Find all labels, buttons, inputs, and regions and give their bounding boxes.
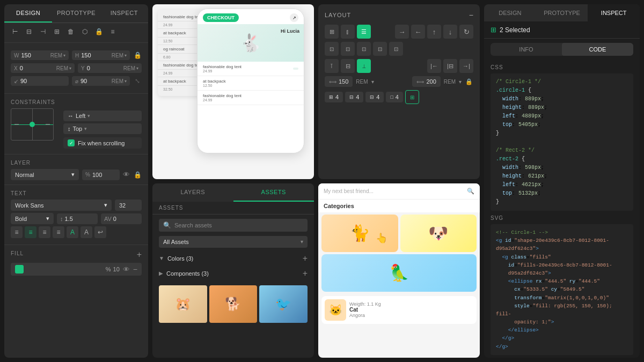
y-field[interactable]: Y 0 REM ▾ [78,63,142,73]
blend-mode-select[interactable]: Normal ▾ [11,169,79,180]
v-constraint-dropdown[interactable]: ↕ Top ▾ [63,123,142,134]
align-h-right[interactable]: →| [459,59,473,73]
fill-opacity-field[interactable]: % 10 [106,266,120,272]
x-field[interactable]: X 0 REM ▾ [11,63,75,73]
fix-checkbox[interactable]: ✓ [68,139,75,146]
more-icon[interactable]: ≡ [107,26,118,37]
align-left-text-btn[interactable]: ≡ [11,226,23,238]
checkout-button[interactable]: CHECKOUT [203,13,239,22]
resize-icon[interactable]: ⤡ [133,77,142,85]
text-color-a-btn[interactable]: A [67,226,78,238]
assets-search-bar[interactable]: 🔍 Search assets [159,219,308,232]
distribute-icon[interactable]: ⊞ [52,26,62,37]
component-icon[interactable]: ⬡ [79,26,90,37]
text-color-btn[interactable]: A [80,226,92,238]
align-center-text-btn[interactable]: ≡ [25,226,36,238]
line-height-field[interactable]: ↕ 1.5 [57,213,98,224]
fill-row[interactable]: % 10 👁 − [11,263,142,276]
align-right-text-btn[interactable]: ≡ [39,226,50,238]
cat-category[interactable]: 🐈 👆 [321,215,398,252]
opacity-field[interactable]: % 100 [82,169,120,180]
layout-cols-icon[interactable]: ⫿ [341,25,355,39]
layout-close-btn[interactable]: − [469,11,473,19]
delete-icon[interactable]: 🗑 [65,26,76,37]
font-family-select[interactable]: Work Sans ▾ [11,200,112,211]
align-right-icon[interactable]: ⊣ [38,26,48,37]
fill-visibility-icon[interactable]: 👁 [123,265,130,274]
layout-grid-icon[interactable]: ⊞ [325,25,339,39]
add-component-btn[interactable]: + [303,269,308,278]
angle-field[interactable]: ↙ 90 [11,76,69,86]
tab-assets[interactable]: ASSETS [233,183,314,202]
svg-code-block: <!-- Circle-1 --> <g id="shape-20e439c6-… [491,224,633,355]
grid-tl[interactable]: ⊡ [325,42,339,56]
spacing-h[interactable]: ⊟ 4 [345,92,363,102]
align-v-top[interactable]: ⊺ [325,59,339,73]
align-h-mid[interactable]: |⊟ [443,59,457,73]
grid-tc[interactable]: ⊡ [341,42,355,56]
info-tab[interactable]: INFO [491,43,562,56]
spacing-all[interactable]: ⊞ 4 [325,92,343,102]
letter-spacing-field[interactable]: AV 0 [101,213,142,224]
remove-fill-btn[interactable]: − [133,265,137,274]
asset-dog[interactable]: 🐕 [209,285,258,323]
wh-lock[interactable]: 🔒 [133,51,142,60]
font-weight-select[interactable]: Bold ▾ [11,213,54,224]
height-field[interactable]: H 150 REM ▾ [72,50,130,60]
share-icon[interactable]: ↗ [290,13,298,22]
refresh-btn[interactable]: ↻ [459,25,473,39]
lock-icon[interactable]: 🔒 [93,26,104,37]
right-tab-prototype[interactable]: PROTOTYPE [536,4,588,21]
arrow-left-btn[interactable]: ← [411,25,425,39]
tab-layers[interactable]: LAYERS [152,183,233,202]
align-justify-text-btn[interactable]: ≡ [53,226,64,238]
assets-tabs: LAYERS ASSETS [152,183,314,202]
add-color-btn[interactable]: + [303,254,308,263]
grid-bc[interactable]: ⊡ [389,42,403,56]
layout-width-field[interactable]: ⟺ 150 [325,76,353,87]
search-placeholder: Search assets [174,222,212,228]
fill-label: FILL [11,250,24,256]
phone-tag-1 [293,68,298,70]
h-constraint-dropdown[interactable]: ↔ Left ▾ [63,110,142,121]
align-v-bot[interactable]: ⟂ [357,59,371,73]
grid-bl[interactable]: ⊡ [373,42,387,56]
visibility-icon[interactable]: 👁 [123,171,130,179]
layout-lock[interactable]: 🔒 [465,77,473,86]
tab-inspect[interactable]: INSPECT [100,4,148,23]
layout-rows-icon[interactable]: ☰ [357,25,371,39]
all-assets-filter[interactable]: All Assets ▾ [159,236,308,248]
add-fill-btn[interactable]: + [137,250,142,260]
width-field[interactable]: W 150 REM ▾ [11,50,69,60]
spacing-v[interactable]: ⊟ 4 [365,92,384,102]
layer-lock-icon[interactable]: 🔒 [133,171,142,179]
code-tab[interactable]: CODE [562,43,633,56]
layout-height-field[interactable]: ⟺ 200 [412,76,440,87]
align-left-icon[interactable]: ⊢ [10,26,20,37]
font-size-field[interactable]: 32 [115,200,142,211]
tab-prototype[interactable]: PROTOTYPE [52,4,100,23]
arrow-up-btn[interactable]: ↑ [427,25,441,39]
text-transform-btn[interactable]: ↩ [94,226,106,238]
spacing-gap[interactable]: □ 4 [386,92,403,102]
layout-border-btn[interactable]: ⊞ [405,90,419,104]
tab-design[interactable]: DESIGN [4,4,52,23]
arrow-down-btn[interactable]: ↓ [443,25,457,39]
right-tab-inspect[interactable]: INSPECT [588,4,640,21]
align-h-left[interactable]: |← [427,59,441,73]
right-tab-design[interactable]: DESIGN [484,4,536,21]
asset-bird[interactable]: 🐦 [259,285,308,323]
fix-scroll-row[interactable]: ✓ Fix when scrolling [63,137,142,149]
align-center-h-icon[interactable]: ⊟ [24,26,34,37]
asset-hamster[interactable]: 🐹 [159,285,207,323]
radius-field[interactable]: ⌀ 90 REM ▾ [72,76,130,86]
colors-category[interactable]: ▼ Colors (3) + [152,251,314,266]
dog-category[interactable]: 🐶 [400,215,477,252]
align-v-mid[interactable]: ⊟ [341,59,355,73]
arrow-right-btn[interactable]: → [395,25,409,39]
grid-tr[interactable]: ⊡ [357,42,371,56]
bird-category[interactable]: 🦜 [321,254,477,292]
pet-search-bar[interactable]: My next best friend... 🔍 [318,183,480,200]
components-category[interactable]: ▶ Components (3) + [152,266,314,281]
pet-breed: Angora [349,313,381,318]
